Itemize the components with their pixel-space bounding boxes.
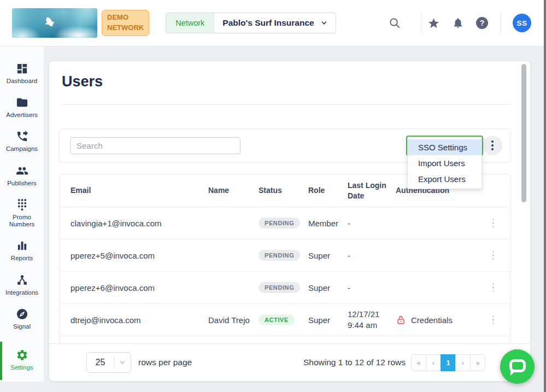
toolbar-kebab-menu-button[interactable] (483, 136, 502, 155)
menu-item-sso-settings[interactable]: SSO Settings (408, 139, 482, 155)
users-page-card: Users SSO Settings Import Users Export U… (49, 61, 530, 381)
cell-role: Super (308, 283, 348, 292)
demo-badge-line2: NETWORK (107, 23, 144, 33)
dashboard-icon (16, 62, 28, 75)
column-header-email: Email (60, 185, 208, 196)
network-switcher-label: Network (166, 13, 214, 33)
search-icon (389, 17, 401, 30)
sidebar-item-label: Signal (13, 323, 31, 330)
kebab-dots-icon (491, 141, 494, 143)
cell-email: pperez+5@invoca.com (60, 251, 208, 260)
pagination-prev-button[interactable]: ‹ (426, 354, 441, 371)
authentication-label: Credentials (411, 315, 453, 325)
network-nodes-icon (16, 274, 28, 286)
kebab-dots-icon (492, 315, 495, 318)
row-kebab-menu-button[interactable] (489, 280, 498, 296)
network-switcher-value[interactable]: Pablo's Surf Insurance (214, 13, 335, 33)
global-search-button[interactable] (389, 17, 401, 30)
table-row: pperez+6@invoca.com PENDING Super - (60, 272, 510, 304)
cell-role: Super (308, 315, 348, 325)
status-badge: PENDING (259, 218, 300, 229)
sidebar-item-promo-numbers[interactable]: Promo Numbers (0, 194, 44, 233)
user-avatar[interactable]: SS (513, 14, 531, 32)
row-kebab-menu-button[interactable] (489, 312, 498, 328)
header-divider (421, 13, 421, 33)
sidebar-item-settings[interactable]: Settings (0, 342, 44, 380)
column-header-last-login: Last Login Date (348, 180, 396, 201)
network-logo-image[interactable] (12, 8, 97, 38)
cell-authentication: Credentials (396, 315, 476, 325)
app-header: DEMO NETWORK Network Pablo's Surf Insura… (0, 0, 546, 46)
column-header-status: Status (259, 185, 308, 196)
cell-email: clavingia+1@invoca.com (60, 219, 208, 228)
pagination-next-button[interactable]: › (455, 354, 471, 371)
pagination-last-button[interactable]: » (470, 354, 485, 371)
status-badge: PENDING (259, 250, 300, 261)
menu-item-import-users[interactable]: Import Users (408, 155, 482, 171)
table-row: dtrejo@invoca.com David Trejo ACTIVE Sup… (60, 304, 510, 336)
gear-icon (16, 349, 28, 361)
notifications-button[interactable] (452, 17, 464, 29)
favorites-button[interactable] (427, 17, 440, 30)
sidebar-item-signal[interactable]: Signal (0, 303, 44, 335)
sidebar-item-advertisers[interactable]: Advertisers (0, 91, 44, 124)
pagination: « ‹ 1 › » (411, 354, 485, 371)
column-header-name: Name (208, 185, 259, 196)
chevron-down-icon (119, 359, 126, 366)
login-time: 9:44 am (348, 320, 396, 331)
pagination-page-1-button[interactable]: 1 (441, 354, 456, 371)
rows-per-page-value: 25 (87, 358, 114, 367)
column-header-role: Role (308, 185, 348, 196)
cell-last-login: - (348, 219, 396, 228)
lock-open-icon (396, 315, 406, 325)
toolbar-dropdown-menu: SSO Settings Import Users Export Users (407, 137, 482, 189)
demo-network-badge: DEMO NETWORK (102, 10, 149, 36)
content-scrollbar-thumb[interactable] (521, 64, 526, 202)
sidebar-item-label: Promo Numbers (5, 214, 39, 228)
window-scrollbar[interactable] (544, 0, 546, 392)
search-input[interactable] (70, 137, 240, 154)
sidebar-item-reports[interactable]: Reports (0, 235, 44, 267)
people-icon (16, 165, 28, 177)
bell-icon (452, 17, 464, 29)
rows-per-page-label: rows per page (138, 358, 192, 367)
network-switcher[interactable]: Network Pablo's Surf Insurance (166, 13, 336, 33)
row-kebab-menu-button[interactable] (489, 215, 498, 231)
row-kebab-menu-button[interactable] (489, 248, 498, 264)
table-footer: 25 rows per page Showing 1 to 12 of 12 r… (49, 343, 530, 381)
sidebar-item-label: Campaigns (6, 145, 38, 153)
login-date: 12/17/21 (348, 309, 396, 320)
sidebar-item-label: Advertisers (6, 112, 38, 119)
sidebar-item-label: Settings (10, 364, 33, 371)
demo-badge-line1: DEMO (107, 13, 144, 23)
help-button[interactable]: ? (476, 17, 488, 29)
cell-last-login: - (348, 251, 396, 260)
cell-email: pperez+6@invoca.com (60, 283, 208, 292)
kebab-dots-icon (492, 251, 495, 253)
chat-bubble-icon (509, 359, 526, 372)
network-name: Pablo's Surf Insurance (222, 18, 314, 28)
star-icon (427, 17, 440, 30)
cell-last-login: - (348, 283, 396, 292)
bar-chart-icon (16, 239, 28, 252)
surfer-figure (45, 16, 54, 27)
chat-widget-button[interactable] (500, 349, 535, 384)
cell-last-login: 12/17/21 9:44 am (348, 309, 396, 331)
header-divider (500, 13, 501, 33)
pagination-first-button[interactable]: « (411, 354, 426, 371)
table-row: pperez+5@invoca.com PENDING Super - (60, 239, 510, 272)
status-badge: ACTIVE (259, 314, 295, 325)
sidebar-item-label: Integrations (5, 289, 38, 296)
sidebar-item-campaigns[interactable]: Campaigns (0, 125, 44, 157)
sidebar-item-dashboard[interactable]: Dashboard (0, 57, 44, 90)
rows-per-page-select[interactable]: 25 (86, 352, 131, 373)
menu-item-export-users[interactable]: Export Users (408, 171, 482, 187)
cell-role: Super (308, 251, 348, 260)
page-title: Users (62, 73, 103, 90)
sidebar-item-integrations[interactable]: Integrations (0, 269, 44, 301)
kebab-dots-icon (492, 283, 495, 285)
sidebar-item-publishers[interactable]: Publishers (0, 160, 44, 192)
folder-icon (16, 96, 28, 109)
sidebar-item-label: Publishers (7, 180, 37, 187)
sidebar-item-label: Dashboard (7, 78, 37, 85)
